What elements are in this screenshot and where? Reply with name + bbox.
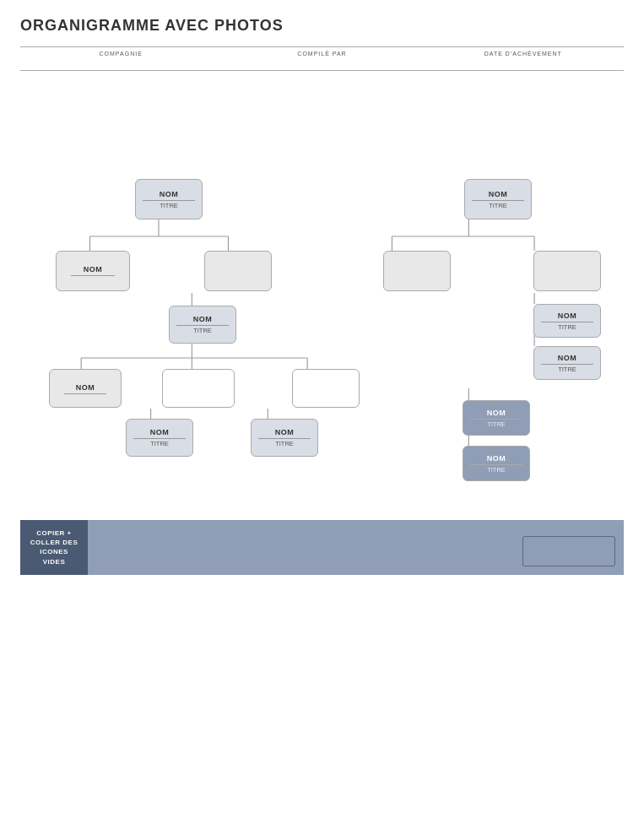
compiled-label: COMPILÉ PAR (221, 51, 422, 57)
left-l4-mid-node (162, 369, 235, 408)
page: ORGANIGRAMME AVEC PHOTOS COMPAGNIE COMPI… (0, 0, 644, 829)
left-l2-left-node: NOM (56, 251, 130, 291)
left-l5-right-node: NOM TITRE (251, 419, 318, 457)
bottom-bar: COPIER +COLLER DESICONES VIDES (20, 520, 624, 575)
org-chart: NOM TITRE NOM NOM TITRE NOM NOM (20, 86, 624, 500)
right-root-title: TITRE (472, 200, 524, 209)
date-value (423, 57, 624, 67)
left-l2-left-title (71, 275, 115, 277)
company-label: COMPAGNIE (20, 51, 221, 57)
left-root-node: NOM TITRE (135, 179, 203, 219)
header-fields: COMPAGNIE COMPILÉ PAR DATE D'ACHÈVEMENT (20, 46, 624, 71)
left-l5-right-title: TITRE (258, 438, 311, 447)
bottom-bar-label: COPIER +COLLER DESICONES VIDES (20, 520, 88, 575)
page-title: ORGANIGRAMME AVEC PHOTOS (20, 17, 624, 35)
connectors-svg (20, 86, 624, 508)
right-l2-left-node (383, 251, 451, 291)
right-l3-title: TITRE (541, 322, 593, 331)
left-l2-left-name: NOM (84, 265, 103, 274)
left-l4-left-node: NOM (49, 369, 122, 408)
left-l4-right-node (292, 369, 360, 408)
field-company: COMPAGNIE (20, 51, 221, 67)
right-root-node: NOM TITRE (464, 179, 532, 219)
right-l3-name: NOM (558, 312, 577, 320)
bottom-bar-empty-box (522, 536, 615, 566)
left-l3-root-title: TITRE (176, 325, 229, 334)
right-l2-right-node (533, 251, 601, 291)
right-l5-node: NOM TITRE (463, 400, 530, 436)
left-l5-left-name: NOM (150, 428, 170, 436)
right-l6-node: NOM TITRE (463, 446, 530, 481)
right-l6-name: NOM (487, 454, 506, 463)
field-compiled: COMPILÉ PAR (221, 51, 422, 67)
right-l4-name: NOM (558, 354, 577, 362)
right-l6-title: TITRE (470, 464, 522, 474)
left-l3-root-name: NOM (193, 315, 213, 323)
left-root-name: NOM (160, 190, 179, 198)
date-label: DATE D'ACHÈVEMENT (423, 51, 624, 57)
left-l5-left-title: TITRE (133, 438, 186, 447)
left-l5-left-node: NOM TITRE (126, 419, 193, 457)
bottom-bar-content (88, 520, 624, 575)
right-root-name: NOM (489, 190, 508, 198)
left-l4-left-name: NOM (76, 383, 95, 392)
right-l4-title: TITRE (541, 364, 593, 373)
right-l3-node: NOM TITRE (533, 304, 601, 338)
right-l5-title: TITRE (470, 419, 522, 428)
right-l5-name: NOM (487, 409, 506, 417)
left-root-title: TITRE (143, 200, 195, 209)
left-l3-root-node: NOM TITRE (169, 306, 236, 344)
field-date: DATE D'ACHÈVEMENT (423, 51, 624, 67)
left-l5-right-name: NOM (275, 428, 295, 436)
company-value (20, 57, 221, 67)
compiled-value (221, 57, 422, 67)
right-l4-node: NOM TITRE (533, 346, 601, 380)
left-l2-right-node (204, 251, 272, 291)
